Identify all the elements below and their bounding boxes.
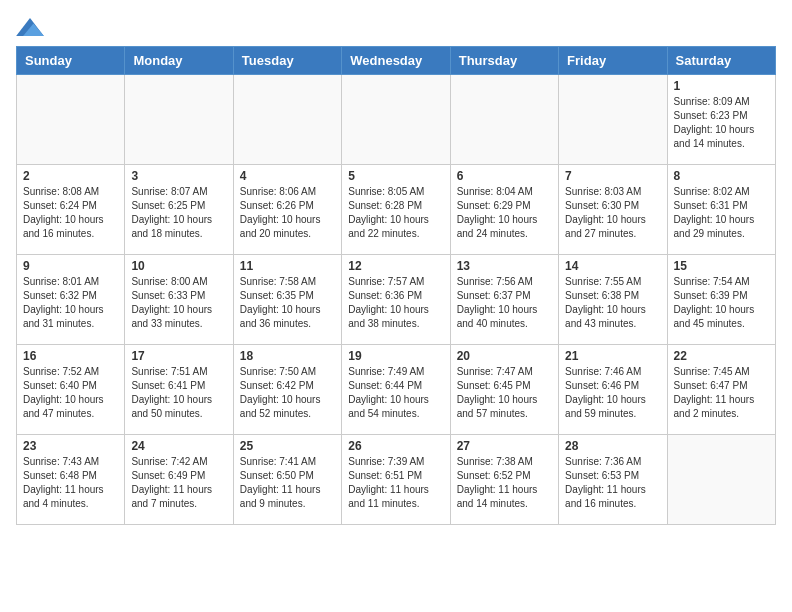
day-number: 17 [131, 349, 226, 363]
calendar-day-cell: 4Sunrise: 8:06 AM Sunset: 6:26 PM Daylig… [233, 165, 341, 255]
logo-icon [16, 18, 44, 36]
weekday-header: Wednesday [342, 47, 450, 75]
day-number: 23 [23, 439, 118, 453]
day-info: Sunrise: 7:47 AM Sunset: 6:45 PM Dayligh… [457, 365, 552, 421]
day-number: 13 [457, 259, 552, 273]
calendar-header-row: SundayMondayTuesdayWednesdayThursdayFrid… [17, 47, 776, 75]
calendar-day-cell: 5Sunrise: 8:05 AM Sunset: 6:28 PM Daylig… [342, 165, 450, 255]
day-number: 1 [674, 79, 769, 93]
calendar-day-cell: 23Sunrise: 7:43 AM Sunset: 6:48 PM Dayli… [17, 435, 125, 525]
calendar-day-cell [559, 75, 667, 165]
day-info: Sunrise: 8:06 AM Sunset: 6:26 PM Dayligh… [240, 185, 335, 241]
weekday-header: Thursday [450, 47, 558, 75]
day-number: 10 [131, 259, 226, 273]
calendar-day-cell: 13Sunrise: 7:56 AM Sunset: 6:37 PM Dayli… [450, 255, 558, 345]
calendar-day-cell: 6Sunrise: 8:04 AM Sunset: 6:29 PM Daylig… [450, 165, 558, 255]
calendar-day-cell: 1Sunrise: 8:09 AM Sunset: 6:23 PM Daylig… [667, 75, 775, 165]
calendar-day-cell [17, 75, 125, 165]
day-info: Sunrise: 7:41 AM Sunset: 6:50 PM Dayligh… [240, 455, 335, 511]
day-number: 22 [674, 349, 769, 363]
day-info: Sunrise: 8:02 AM Sunset: 6:31 PM Dayligh… [674, 185, 769, 241]
weekday-header: Saturday [667, 47, 775, 75]
day-number: 5 [348, 169, 443, 183]
weekday-header: Friday [559, 47, 667, 75]
day-info: Sunrise: 7:49 AM Sunset: 6:44 PM Dayligh… [348, 365, 443, 421]
day-info: Sunrise: 7:50 AM Sunset: 6:42 PM Dayligh… [240, 365, 335, 421]
day-number: 25 [240, 439, 335, 453]
day-info: Sunrise: 8:03 AM Sunset: 6:30 PM Dayligh… [565, 185, 660, 241]
calendar-table: SundayMondayTuesdayWednesdayThursdayFrid… [16, 46, 776, 525]
calendar-day-cell [667, 435, 775, 525]
day-number: 20 [457, 349, 552, 363]
calendar-day-cell: 15Sunrise: 7:54 AM Sunset: 6:39 PM Dayli… [667, 255, 775, 345]
day-info: Sunrise: 7:58 AM Sunset: 6:35 PM Dayligh… [240, 275, 335, 331]
day-number: 24 [131, 439, 226, 453]
calendar-day-cell: 17Sunrise: 7:51 AM Sunset: 6:41 PM Dayli… [125, 345, 233, 435]
calendar-day-cell: 3Sunrise: 8:07 AM Sunset: 6:25 PM Daylig… [125, 165, 233, 255]
day-number: 15 [674, 259, 769, 273]
day-info: Sunrise: 8:04 AM Sunset: 6:29 PM Dayligh… [457, 185, 552, 241]
calendar-day-cell: 8Sunrise: 8:02 AM Sunset: 6:31 PM Daylig… [667, 165, 775, 255]
day-number: 28 [565, 439, 660, 453]
day-number: 4 [240, 169, 335, 183]
calendar-day-cell: 28Sunrise: 7:36 AM Sunset: 6:53 PM Dayli… [559, 435, 667, 525]
day-info: Sunrise: 7:43 AM Sunset: 6:48 PM Dayligh… [23, 455, 118, 511]
day-info: Sunrise: 7:54 AM Sunset: 6:39 PM Dayligh… [674, 275, 769, 331]
day-number: 26 [348, 439, 443, 453]
day-info: Sunrise: 7:45 AM Sunset: 6:47 PM Dayligh… [674, 365, 769, 421]
day-info: Sunrise: 8:08 AM Sunset: 6:24 PM Dayligh… [23, 185, 118, 241]
calendar-week-row: 9Sunrise: 8:01 AM Sunset: 6:32 PM Daylig… [17, 255, 776, 345]
calendar-day-cell: 18Sunrise: 7:50 AM Sunset: 6:42 PM Dayli… [233, 345, 341, 435]
calendar-day-cell [233, 75, 341, 165]
day-number: 6 [457, 169, 552, 183]
calendar-day-cell: 22Sunrise: 7:45 AM Sunset: 6:47 PM Dayli… [667, 345, 775, 435]
day-info: Sunrise: 7:38 AM Sunset: 6:52 PM Dayligh… [457, 455, 552, 511]
calendar-day-cell: 10Sunrise: 8:00 AM Sunset: 6:33 PM Dayli… [125, 255, 233, 345]
calendar-day-cell: 12Sunrise: 7:57 AM Sunset: 6:36 PM Dayli… [342, 255, 450, 345]
day-number: 14 [565, 259, 660, 273]
weekday-header: Monday [125, 47, 233, 75]
day-number: 19 [348, 349, 443, 363]
calendar-day-cell [450, 75, 558, 165]
calendar-week-row: 23Sunrise: 7:43 AM Sunset: 6:48 PM Dayli… [17, 435, 776, 525]
day-info: Sunrise: 7:46 AM Sunset: 6:46 PM Dayligh… [565, 365, 660, 421]
day-info: Sunrise: 7:55 AM Sunset: 6:38 PM Dayligh… [565, 275, 660, 331]
day-number: 16 [23, 349, 118, 363]
calendar-week-row: 16Sunrise: 7:52 AM Sunset: 6:40 PM Dayli… [17, 345, 776, 435]
day-info: Sunrise: 7:52 AM Sunset: 6:40 PM Dayligh… [23, 365, 118, 421]
page-header [16, 16, 776, 36]
calendar-day-cell: 25Sunrise: 7:41 AM Sunset: 6:50 PM Dayli… [233, 435, 341, 525]
day-info: Sunrise: 7:56 AM Sunset: 6:37 PM Dayligh… [457, 275, 552, 331]
day-info: Sunrise: 8:01 AM Sunset: 6:32 PM Dayligh… [23, 275, 118, 331]
calendar-day-cell [125, 75, 233, 165]
day-info: Sunrise: 8:05 AM Sunset: 6:28 PM Dayligh… [348, 185, 443, 241]
calendar-day-cell: 27Sunrise: 7:38 AM Sunset: 6:52 PM Dayli… [450, 435, 558, 525]
day-number: 11 [240, 259, 335, 273]
day-number: 2 [23, 169, 118, 183]
calendar-day-cell: 14Sunrise: 7:55 AM Sunset: 6:38 PM Dayli… [559, 255, 667, 345]
calendar-day-cell: 9Sunrise: 8:01 AM Sunset: 6:32 PM Daylig… [17, 255, 125, 345]
day-number: 9 [23, 259, 118, 273]
calendar-day-cell [342, 75, 450, 165]
day-info: Sunrise: 7:36 AM Sunset: 6:53 PM Dayligh… [565, 455, 660, 511]
day-number: 3 [131, 169, 226, 183]
calendar-day-cell: 26Sunrise: 7:39 AM Sunset: 6:51 PM Dayli… [342, 435, 450, 525]
day-info: Sunrise: 7:57 AM Sunset: 6:36 PM Dayligh… [348, 275, 443, 331]
day-info: Sunrise: 8:09 AM Sunset: 6:23 PM Dayligh… [674, 95, 769, 151]
day-info: Sunrise: 7:51 AM Sunset: 6:41 PM Dayligh… [131, 365, 226, 421]
day-number: 27 [457, 439, 552, 453]
weekday-header: Sunday [17, 47, 125, 75]
calendar-day-cell: 11Sunrise: 7:58 AM Sunset: 6:35 PM Dayli… [233, 255, 341, 345]
day-info: Sunrise: 7:39 AM Sunset: 6:51 PM Dayligh… [348, 455, 443, 511]
day-number: 18 [240, 349, 335, 363]
calendar-day-cell: 2Sunrise: 8:08 AM Sunset: 6:24 PM Daylig… [17, 165, 125, 255]
day-info: Sunrise: 7:42 AM Sunset: 6:49 PM Dayligh… [131, 455, 226, 511]
day-number: 8 [674, 169, 769, 183]
day-info: Sunrise: 8:00 AM Sunset: 6:33 PM Dayligh… [131, 275, 226, 331]
calendar-day-cell: 24Sunrise: 7:42 AM Sunset: 6:49 PM Dayli… [125, 435, 233, 525]
calendar-week-row: 1Sunrise: 8:09 AM Sunset: 6:23 PM Daylig… [17, 75, 776, 165]
day-number: 7 [565, 169, 660, 183]
calendar-day-cell: 7Sunrise: 8:03 AM Sunset: 6:30 PM Daylig… [559, 165, 667, 255]
day-number: 21 [565, 349, 660, 363]
calendar-day-cell: 19Sunrise: 7:49 AM Sunset: 6:44 PM Dayli… [342, 345, 450, 435]
